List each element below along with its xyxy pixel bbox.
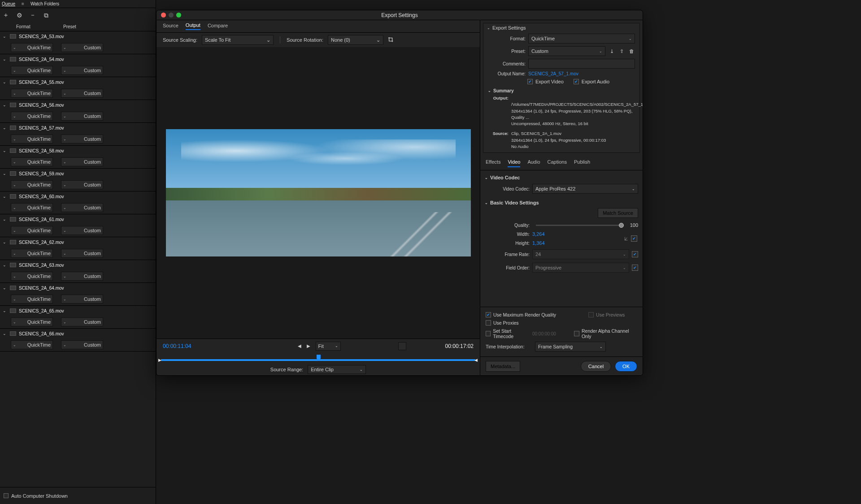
match-source-dimensions-checkbox[interactable]	[631, 235, 637, 242]
queue-item[interactable]: ⌄SCENICS_2A_61.mov⌄QuickTime⌄Custom	[0, 214, 156, 237]
disclosure-icon[interactable]: ⌄	[3, 148, 7, 153]
source-range-select[interactable]: Entire Clip⌄	[308, 365, 366, 374]
crop-icon[interactable]	[388, 37, 394, 43]
disclosure-icon[interactable]: ⌄	[3, 286, 7, 290]
queue-item[interactable]: ⌄SCENICS_2A_59.mov⌄QuickTime⌄Custom	[0, 169, 156, 191]
tab-audio[interactable]: Audio	[527, 159, 540, 167]
tab-watch-folders[interactable]: Watch Folders	[30, 1, 59, 6]
format-select[interactable]: ⌄QuickTime	[11, 272, 53, 281]
tab-effects[interactable]: Effects	[486, 159, 500, 167]
match-source-field-checkbox[interactable]	[632, 265, 638, 271]
queue-item[interactable]: ⌄SCENICS_2A_58.mov⌄QuickTime⌄Custom	[0, 146, 156, 169]
match-source-fps-checkbox[interactable]	[632, 251, 638, 257]
queue-item[interactable]: ⌄SCENICS_2A_55.mov⌄QuickTime⌄Custom	[0, 77, 156, 100]
queue-item[interactable]: ⌄SCENICS_2A_60.mov⌄QuickTime⌄Custom	[0, 191, 156, 214]
link-dimensions-icon[interactable]: ⟀	[625, 236, 628, 241]
format-select[interactable]: ⌄QuickTime	[11, 226, 53, 235]
preset-select[interactable]: ⌄Custom	[61, 317, 103, 326]
queue-item[interactable]: ⌄SCENICS_2A_65.mov⌄QuickTime⌄Custom	[0, 306, 156, 329]
tab-captions[interactable]: Captions	[548, 159, 567, 167]
panel-menu-icon[interactable]: ≡	[22, 1, 24, 6]
frame-rate-select[interactable]: 24⌄	[532, 249, 629, 259]
duplicate-icon[interactable]: ⧉	[43, 12, 49, 18]
disclosure-icon[interactable]: ⌄	[488, 89, 491, 93]
use-proxies-checkbox[interactable]	[486, 320, 491, 326]
queue-item[interactable]: ⌄SCENICS_2A_57.mov⌄QuickTime⌄Custom	[0, 123, 156, 146]
video-codec-select[interactable]: Apple ProRes 422⌄	[532, 184, 638, 194]
start-timecode-checkbox[interactable]	[486, 331, 491, 336]
height-value[interactable]: 1,364	[532, 240, 545, 246]
match-source-button[interactable]: Match Source	[598, 208, 638, 218]
quality-slider[interactable]	[536, 225, 624, 226]
safe-margins-icon[interactable]	[398, 342, 406, 350]
field-order-select[interactable]: Progressive⌄	[532, 263, 629, 273]
set-out-icon[interactable]: ▶	[307, 343, 310, 348]
timeline[interactable]: ▶ ◀	[157, 353, 480, 364]
format-select[interactable]: ⌄QuickTime	[11, 317, 53, 326]
format-select[interactable]: ⌄QuickTime	[11, 249, 53, 258]
cancel-button[interactable]: Cancel	[581, 361, 611, 372]
settings-icon[interactable]: ⚙	[16, 12, 22, 18]
tab-video[interactable]: Video	[508, 159, 520, 167]
queue-item[interactable]: ⌄SCENICS_2A_66.mov⌄QuickTime⌄Custom	[0, 329, 156, 352]
close-icon[interactable]	[161, 13, 166, 17]
add-icon[interactable]: ＋	[3, 12, 9, 18]
tab-publish[interactable]: Publish	[574, 159, 590, 167]
alpha-only-checkbox[interactable]	[574, 331, 579, 336]
format-select[interactable]: ⌄QuickTime	[11, 157, 53, 166]
ok-button[interactable]: OK	[615, 361, 637, 372]
set-in-icon[interactable]: ◀	[298, 343, 301, 348]
time-interpolation-select[interactable]: Frame Sampling⌄	[535, 342, 606, 352]
auto-shutdown-checkbox[interactable]	[4, 493, 9, 498]
queue-item[interactable]: ⌄SCENICS_2A_64.mov⌄QuickTime⌄Custom	[0, 283, 156, 306]
save-preset-icon[interactable]: ⤓	[608, 48, 615, 55]
format-select[interactable]: ⌄QuickTime	[11, 340, 53, 349]
disclosure-icon[interactable]: ⌄	[3, 103, 7, 107]
export-video-checkbox[interactable]	[527, 79, 533, 84]
preset-select[interactable]: ⌄Custom	[61, 272, 103, 281]
preset-select[interactable]: ⌄Custom	[61, 89, 103, 98]
disclosure-icon[interactable]: ⌄	[485, 201, 488, 205]
format-select[interactable]: ⌄QuickTime	[11, 112, 53, 121]
width-value[interactable]: 3,264	[532, 231, 545, 237]
preset-select[interactable]: ⌄Custom	[61, 66, 103, 75]
disclosure-icon[interactable]: ⌄	[3, 240, 7, 244]
comments-input[interactable]	[528, 59, 635, 69]
tab-source[interactable]: Source	[163, 23, 178, 30]
format-select[interactable]: ⌄QuickTime	[11, 203, 53, 212]
disclosure-icon[interactable]: ⌄	[485, 176, 488, 180]
max-quality-checkbox[interactable]	[486, 312, 491, 317]
format-select[interactable]: QuickTime⌄	[528, 34, 635, 43]
preset-select[interactable]: ⌄Custom	[61, 43, 103, 52]
format-select[interactable]: ⌄QuickTime	[11, 89, 53, 98]
format-select[interactable]: ⌄QuickTime	[11, 295, 53, 304]
export-audio-checkbox[interactable]	[574, 79, 579, 84]
tab-compare[interactable]: Compare	[208, 23, 228, 30]
queue-item[interactable]: ⌄SCENICS_2A_62.mov⌄QuickTime⌄Custom	[0, 237, 156, 260]
timecode-in[interactable]: 00:00:11:04	[163, 343, 244, 349]
tab-queue[interactable]: Queue	[2, 1, 15, 6]
preset-select[interactable]: Custom⌄	[528, 46, 605, 56]
disclosure-icon[interactable]: ⌄	[3, 34, 7, 39]
disclosure-icon[interactable]: ⌄	[487, 26, 490, 30]
timeline-in-handle[interactable]: ▶	[158, 358, 162, 362]
import-preset-icon[interactable]: ⇪	[618, 48, 625, 55]
source-rotation-select[interactable]: None (0)⌄	[328, 35, 383, 45]
disclosure-icon[interactable]: ⌄	[3, 217, 7, 222]
queue-item[interactable]: ⌄SCENICS_2A_54.mov⌄QuickTime⌄Custom	[0, 54, 156, 77]
queue-item[interactable]: ⌄SCENICS_2A_56.mov⌄QuickTime⌄Custom	[0, 100, 156, 123]
disclosure-icon[interactable]: ⌄	[3, 80, 7, 84]
preset-select[interactable]: ⌄Custom	[61, 135, 103, 143]
disclosure-icon[interactable]: ⌄	[3, 331, 7, 336]
source-scaling-select[interactable]: Scale To Fit⌄	[202, 35, 274, 45]
use-previews-checkbox[interactable]	[588, 312, 594, 317]
disclosure-icon[interactable]: ⌄	[3, 194, 7, 199]
preset-select[interactable]: ⌄Custom	[61, 112, 103, 121]
zoom-select[interactable]: Fit⌄	[316, 342, 341, 351]
preset-select[interactable]: ⌄Custom	[61, 249, 103, 258]
tab-output[interactable]: Output	[186, 22, 200, 30]
disclosure-icon[interactable]: ⌄	[3, 308, 7, 313]
delete-preset-icon[interactable]: 🗑	[628, 48, 635, 55]
preset-select[interactable]: ⌄Custom	[61, 203, 103, 212]
disclosure-icon[interactable]: ⌄	[3, 171, 7, 176]
